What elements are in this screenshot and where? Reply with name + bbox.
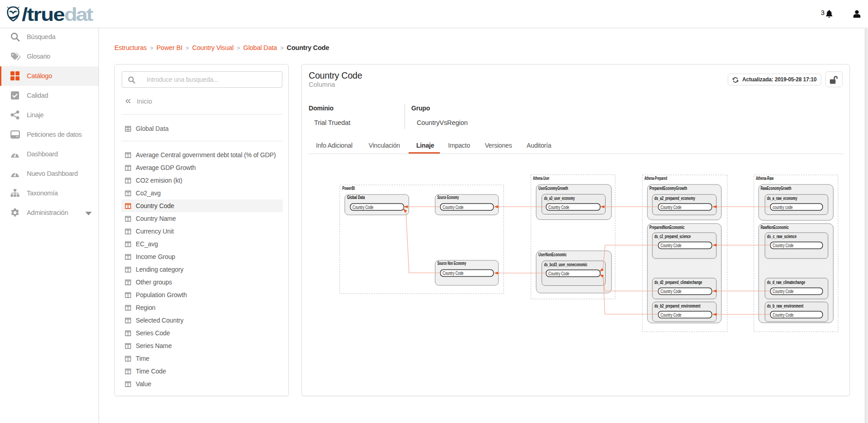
svg-text:Country Code: Country Code bbox=[353, 204, 374, 210]
svg-text:PreparedNonEconomic: PreparedNonEconomic bbox=[650, 225, 685, 230]
svg-text:ds_a3_user_economy: ds_a3_user_economy bbox=[544, 196, 575, 201]
svg-text:Country Code: Country Code bbox=[773, 312, 794, 318]
svg-text:RawNonEconomic: RawNonEconomic bbox=[761, 225, 789, 230]
svg-text:ds_bcd3_user_noneconomic: ds_bcd3_user_noneconomic bbox=[544, 262, 588, 267]
svg-text:ds_c_raw_science: ds_c_raw_science bbox=[767, 234, 797, 239]
svg-text:Athena-Prepared: Athena-Prepared bbox=[645, 176, 667, 181]
svg-text:Country Code: Country Code bbox=[661, 312, 681, 318]
svg-text:Global Data: Global Data bbox=[347, 195, 365, 200]
svg-text:Country Code: Country Code bbox=[773, 243, 794, 248]
svg-text:Country Code: Country Code bbox=[661, 204, 681, 210]
svg-text:ds_b2_prepared_environment: ds_b2_prepared_environment bbox=[655, 304, 701, 309]
svg-text:PowerBI: PowerBI bbox=[342, 186, 355, 191]
svg-text:ds_d_raw_climatechange: ds_d_raw_climatechange bbox=[767, 280, 805, 285]
svg-text:Source Economy: Source Economy bbox=[438, 195, 459, 200]
svg-text:Source Non Economy: Source Non Economy bbox=[438, 261, 467, 266]
svg-text:Country Code: Country Code bbox=[548, 204, 569, 210]
svg-text:ds_d2_prepared_climatechange: ds_d2_prepared_climatechange bbox=[655, 280, 702, 285]
svg-text:Athena-Raw: Athena-Raw bbox=[756, 176, 774, 181]
svg-text:Country Code: Country Code bbox=[661, 243, 681, 248]
svg-text:PreparedEconmyGrowth: PreparedEconmyGrowth bbox=[650, 186, 687, 191]
svg-text:Country Code: Country Code bbox=[548, 271, 569, 276]
svg-text:Country Code: Country Code bbox=[443, 204, 464, 210]
svg-text:Athena-User: Athena-User bbox=[533, 176, 549, 181]
svg-text:country code: country code bbox=[773, 204, 793, 210]
svg-text:UserEconmyGrowth: UserEconmyGrowth bbox=[538, 186, 568, 191]
svg-text:ds_a_raw_economy: ds_a_raw_economy bbox=[767, 196, 798, 201]
svg-text:Country Code: Country Code bbox=[661, 289, 681, 294]
svg-text:ds_b_raw_environment: ds_b_raw_environment bbox=[767, 304, 804, 309]
svg-text:Country Code: Country Code bbox=[443, 270, 464, 276]
svg-text:ds_a2_prepared_economy: ds_a2_prepared_economy bbox=[655, 196, 695, 201]
svg-text:RawEconomyGrowth: RawEconomyGrowth bbox=[761, 186, 792, 191]
svg-text:UserNonEconomic: UserNonEconomic bbox=[538, 252, 567, 257]
svg-text:Country Code: Country Code bbox=[773, 289, 794, 294]
svg-text:ds_c2_prepared_science: ds_c2_prepared_science bbox=[655, 234, 691, 239]
